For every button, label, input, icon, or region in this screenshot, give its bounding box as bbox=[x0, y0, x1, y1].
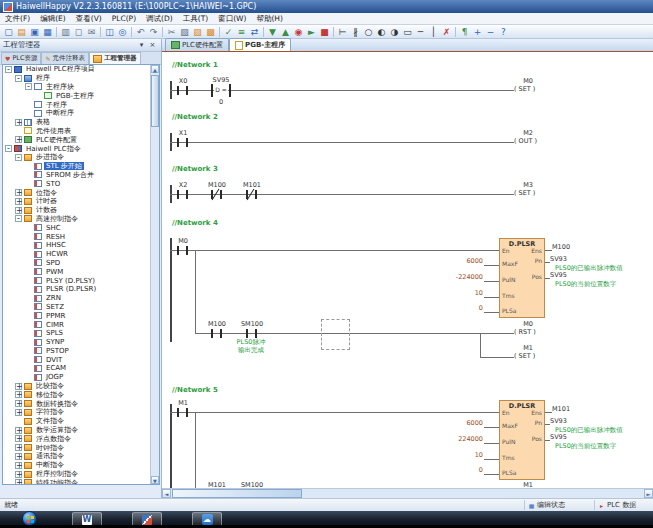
tree-item-resh[interactable]: RESH bbox=[3, 232, 159, 241]
contact-m100[interactable] bbox=[211, 329, 213, 338]
download-icon[interactable]: ▼ bbox=[267, 26, 279, 38]
scrollbar-thumb[interactable] bbox=[151, 75, 159, 127]
undo-icon[interactable]: ↶ bbox=[135, 26, 147, 38]
tree-item-instructions-root[interactable]: -Haiwell PLC指令 bbox=[3, 144, 159, 153]
tree-item-comm-instructions[interactable]: +通讯指令 bbox=[3, 452, 159, 461]
value-puln[interactable]: -224000 bbox=[425, 273, 483, 281]
tab-plc-resources[interactable]: ♥ PLC资源 bbox=[1, 52, 41, 64]
output-pos-sv95[interactable]: SV95 bbox=[550, 434, 567, 441]
expander-icon[interactable]: + bbox=[15, 119, 22, 126]
tree-item-math-instructions[interactable]: +数学运算指令 bbox=[3, 426, 159, 435]
tree-item-programs[interactable]: -程序 bbox=[3, 74, 159, 83]
tree-item-pstop[interactable]: PSTOP bbox=[3, 347, 159, 356]
tree-item-main-program-block[interactable]: -主程序块 bbox=[3, 83, 159, 92]
cut-icon[interactable]: ✂ bbox=[166, 26, 178, 38]
export-icon[interactable]: ✉ bbox=[86, 26, 98, 38]
tree-item-float-instructions[interactable]: +浮点数指令 bbox=[3, 434, 159, 443]
value-plsa[interactable]: 0 bbox=[425, 304, 483, 312]
contact-m1[interactable] bbox=[177, 408, 179, 417]
network-5-label[interactable]: //Network 5 bbox=[172, 386, 218, 394]
contact-m100-nc[interactable] bbox=[220, 190, 222, 199]
editor-horizontal-scrollbar[interactable]: ◄ ► bbox=[162, 488, 653, 498]
menu-plc[interactable]: PLC(P) bbox=[107, 13, 141, 24]
upload-icon[interactable]: ▲ bbox=[280, 26, 292, 38]
tree-item-interrupt-instructions[interactable]: +中断指令 bbox=[3, 461, 159, 470]
tree-item-highspeed-instructions[interactable]: -高速控制指令 bbox=[3, 215, 159, 224]
tree-item-pwm[interactable]: PWM bbox=[3, 267, 159, 276]
menu-file[interactable]: 文件(F) bbox=[0, 13, 35, 24]
tree-item-shc[interactable]: SHC bbox=[3, 223, 159, 232]
paste-icon[interactable]: ▨ bbox=[192, 26, 204, 38]
save-icon[interactable]: ▣ bbox=[29, 26, 41, 38]
function-block-icon[interactable]: ▭ bbox=[402, 26, 414, 38]
contact-m101-nc[interactable] bbox=[255, 190, 257, 199]
contact-x0[interactable] bbox=[186, 86, 188, 95]
new-file-icon[interactable]: ▢ bbox=[3, 26, 15, 38]
scroll-up-arrow[interactable]: ▲ bbox=[151, 65, 159, 73]
coil-m2-out[interactable]: ( OUT ) bbox=[514, 137, 537, 146]
function-block-dplsr-1[interactable]: D.PLSR En Ens MaxF Pn PulN Pos Tms PLSa bbox=[499, 238, 545, 318]
tree-item-interrupt-programs[interactable]: 中断程序 bbox=[3, 109, 159, 118]
expander-icon[interactable]: + bbox=[15, 462, 22, 469]
expander-icon[interactable]: - bbox=[15, 154, 22, 161]
contact-m0[interactable] bbox=[177, 246, 179, 255]
tree-item-subprograms[interactable]: 子程序 bbox=[3, 100, 159, 109]
coil-m1-set[interactable]: ( SET ) bbox=[514, 352, 535, 361]
tree-item-step-instructions[interactable]: -步进指令 bbox=[3, 153, 159, 162]
expander-icon[interactable]: - bbox=[25, 83, 32, 90]
tree-item-component-usage[interactable]: 元件使用表 bbox=[3, 127, 159, 136]
tree-item-hhsc[interactable]: HHSC bbox=[3, 241, 159, 250]
menu-view[interactable]: 查看(V) bbox=[71, 13, 107, 24]
tab-component-comment-table[interactable]: ✎ 元件注释表 bbox=[41, 52, 89, 64]
compile-all-icon[interactable]: ≡ bbox=[236, 26, 248, 38]
scroll-down-arrow[interactable]: ▼ bbox=[151, 476, 159, 484]
tree-item-program-control-instructions[interactable]: +程序控制指令 bbox=[3, 470, 159, 479]
paste-special-icon[interactable]: ▩ bbox=[205, 26, 217, 38]
expander-icon[interactable]: + bbox=[15, 479, 22, 485]
expander-icon[interactable]: + bbox=[15, 198, 22, 205]
expander-icon[interactable]: + bbox=[15, 207, 22, 214]
tree-item-convert-instructions[interactable]: +数据转换指令 bbox=[3, 399, 159, 408]
contact-m100[interactable] bbox=[220, 329, 222, 338]
tree-item-jogp[interactable]: JOGP bbox=[3, 373, 159, 382]
compile-icon[interactable]: ✓ bbox=[223, 26, 235, 38]
contact-nc-icon[interactable]: ∦ bbox=[350, 26, 362, 38]
tree-item-hcwr[interactable]: HCWR bbox=[3, 250, 159, 259]
menu-debug[interactable]: 调试(D) bbox=[141, 13, 178, 24]
coil-m3-set[interactable]: ( SET ) bbox=[514, 189, 535, 198]
expander-icon[interactable]: + bbox=[15, 444, 22, 451]
tree-item-sto[interactable]: STO bbox=[3, 179, 159, 188]
run-icon[interactable]: ► bbox=[306, 26, 318, 38]
contact-x2[interactable] bbox=[177, 190, 179, 199]
compare-contact-sv95[interactable] bbox=[211, 84, 213, 97]
expander-icon[interactable]: + bbox=[15, 453, 22, 460]
edit-cursor[interactable] bbox=[321, 319, 350, 350]
expander-icon[interactable]: + bbox=[15, 189, 22, 196]
vertical-line-icon[interactable]: │ bbox=[428, 26, 440, 38]
value-maxf[interactable]: 6000 bbox=[425, 257, 483, 265]
tree-item-clock-instructions[interactable]: +时钟指令 bbox=[3, 443, 159, 452]
convert-view-icon[interactable]: ⇄ bbox=[249, 26, 261, 38]
zoom-out-icon[interactable]: − bbox=[485, 26, 497, 38]
expander-icon[interactable]: + bbox=[15, 391, 22, 398]
tree-item-project-root[interactable]: -Haiwell PLC程序项目 bbox=[3, 65, 159, 74]
network-4-label[interactable]: //Network 4 bbox=[172, 219, 218, 227]
tree-item-spd[interactable]: SPD bbox=[3, 259, 159, 268]
menu-window[interactable]: 窗口(W) bbox=[213, 13, 251, 24]
menu-edit[interactable]: 编辑(E) bbox=[35, 13, 71, 24]
network-3-label[interactable]: //Network 3 bbox=[172, 165, 218, 173]
expander-icon[interactable]: + bbox=[15, 409, 22, 416]
value-plsa[interactable]: 0 bbox=[425, 466, 483, 474]
contact-x1[interactable] bbox=[186, 138, 188, 147]
tree-item-tables[interactable]: +表格 bbox=[3, 118, 159, 127]
output-ens-m101[interactable]: M101 bbox=[552, 406, 570, 413]
tree-item-string-instructions[interactable]: +字符指令 bbox=[3, 408, 159, 417]
tab-plc-hardware-config[interactable]: PLC硬件配置 bbox=[165, 38, 229, 51]
find-icon[interactable]: ◎ bbox=[117, 26, 129, 38]
tree-item-setz[interactable]: SETZ bbox=[3, 303, 159, 312]
expander-icon[interactable]: - bbox=[5, 66, 12, 73]
value-maxf[interactable]: 6000 bbox=[425, 419, 483, 427]
coil-m0-set[interactable]: ( SET ) bbox=[514, 85, 535, 94]
value-tms[interactable]: 10 bbox=[425, 289, 483, 297]
stop-icon[interactable]: ■ bbox=[319, 26, 331, 38]
